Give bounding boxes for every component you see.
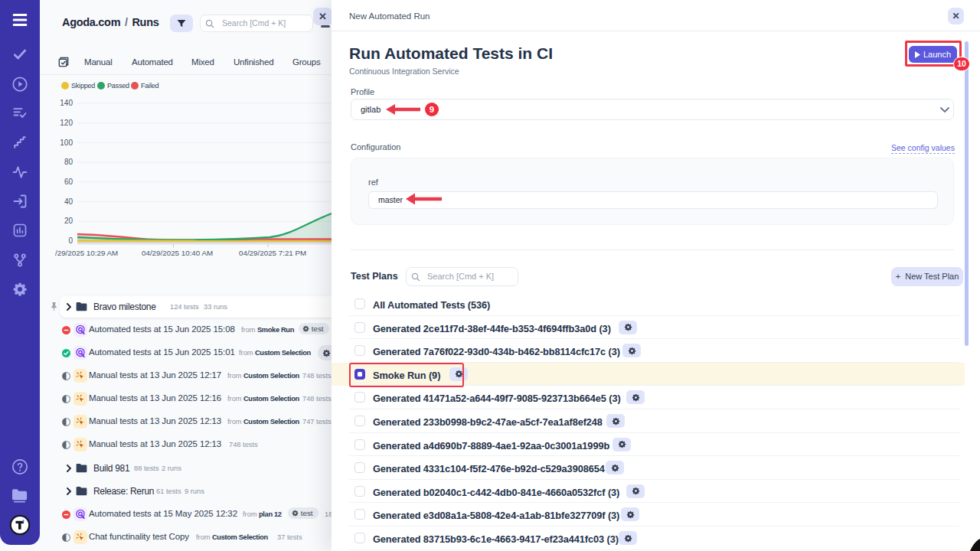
svg-text:9: 9 xyxy=(430,105,434,114)
